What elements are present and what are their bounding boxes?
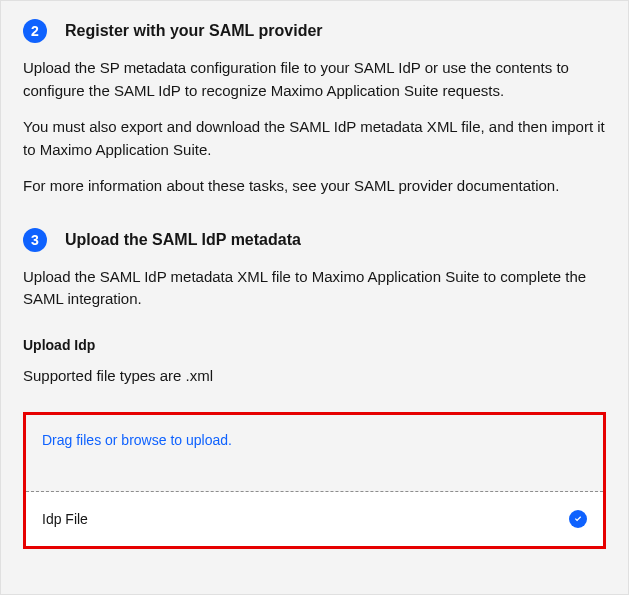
step-3-header: 3 Upload the SAML IdP metadata [23, 228, 606, 252]
step-3-title: Upload the SAML IdP metadata [65, 231, 301, 249]
step-2-paragraph-3: For more information about these tasks, … [23, 175, 606, 198]
uploaded-file-row: Idp File [26, 492, 603, 546]
step-3-number-badge: 3 [23, 228, 47, 252]
upload-container-highlighted: Drag files or browse to upload. Idp File [23, 412, 606, 549]
step-2-header: 2 Register with your SAML provider [23, 19, 606, 43]
uploaded-file-name: Idp File [42, 511, 88, 527]
file-drop-zone[interactable]: Drag files or browse to upload. [26, 415, 603, 492]
step-2-block: 2 Register with your SAML provider Uploa… [23, 19, 606, 198]
drop-zone-text: Drag files or browse to upload. [42, 432, 232, 448]
step-3-paragraph-1: Upload the SAML IdP metadata XML file to… [23, 266, 606, 311]
saml-config-panel: 2 Register with your SAML provider Uploa… [0, 0, 629, 595]
upload-success-icon [569, 510, 587, 528]
supported-file-types-text: Supported file types are .xml [23, 367, 606, 384]
step-2-paragraph-1: Upload the SP metadata configuration fil… [23, 57, 606, 102]
step-2-number-badge: 2 [23, 19, 47, 43]
upload-section-label: Upload Idp [23, 337, 606, 353]
step-3-block: 3 Upload the SAML IdP metadata Upload th… [23, 228, 606, 549]
step-2-title: Register with your SAML provider [65, 22, 323, 40]
step-2-paragraph-2: You must also export and download the SA… [23, 116, 606, 161]
